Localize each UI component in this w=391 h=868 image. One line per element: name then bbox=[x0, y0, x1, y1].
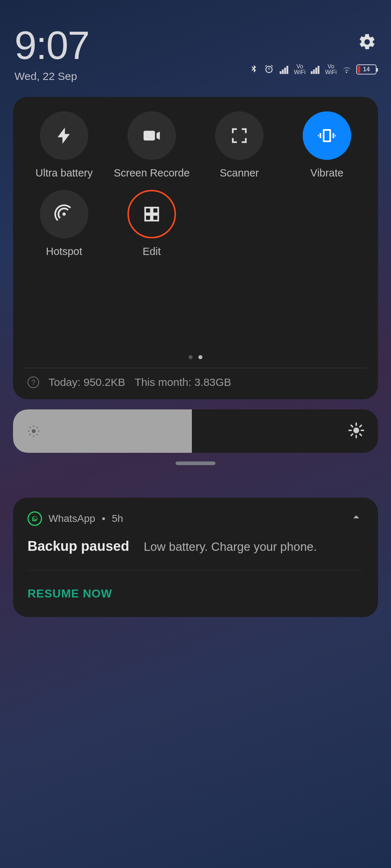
page-dot bbox=[189, 355, 193, 359]
tile-label: Ultra battery bbox=[35, 167, 93, 179]
notification-body: Backup paused Low battery. Charge your p… bbox=[28, 539, 363, 554]
notification-header: WhatsApp • 5h bbox=[28, 510, 363, 527]
notification-title: Backup paused bbox=[28, 539, 129, 554]
data-month: This month: 3.83GB bbox=[135, 376, 231, 388]
vowifi-icon: VoWiFi bbox=[294, 64, 306, 75]
grid-icon bbox=[142, 204, 161, 224]
battery-indicator: 14 bbox=[356, 64, 377, 75]
quick-settings-panel: Ultra battery Screen Recorde Scanner Vib… bbox=[13, 97, 378, 399]
data-usage-row[interactable]: ? Today: 950.2KB This month: 3.83GB bbox=[24, 368, 367, 391]
clock-time: 9:07 bbox=[14, 25, 89, 65]
notification-card[interactable]: WhatsApp • 5h Backup paused Low battery.… bbox=[13, 498, 378, 617]
tile-scanner[interactable]: Scanner bbox=[196, 111, 283, 179]
svg-point-1 bbox=[33, 425, 34, 427]
tile-label: Screen Recorde bbox=[114, 167, 190, 179]
svg-point-3 bbox=[28, 430, 29, 432]
bluetooth-icon bbox=[248, 64, 259, 75]
signal-icon bbox=[279, 64, 290, 75]
vibrate-icon bbox=[317, 126, 337, 145]
tile-hotspot[interactable]: Hotspot bbox=[20, 190, 108, 258]
tile-screen-recorder[interactable]: Screen Recorde bbox=[108, 111, 196, 179]
battery-percent: 14 bbox=[363, 66, 370, 73]
svg-point-2 bbox=[33, 435, 34, 437]
tile-label: Vibrate bbox=[310, 167, 343, 179]
notification-text: Low battery. Charge your phone. bbox=[144, 540, 317, 554]
panel-handle[interactable] bbox=[176, 461, 215, 465]
page-indicator[interactable] bbox=[13, 355, 378, 359]
collapse-icon[interactable] bbox=[349, 510, 363, 527]
help-icon: ? bbox=[28, 376, 39, 388]
tile-label: Scanner bbox=[220, 167, 259, 179]
status-bar-icons: VoWiFi VoWiFi 14 bbox=[248, 64, 377, 75]
whatsapp-icon bbox=[28, 511, 42, 526]
clock-date: Wed, 22 Sep bbox=[14, 70, 89, 82]
tile-label: Hotspot bbox=[46, 246, 82, 258]
wifi-icon bbox=[341, 64, 352, 75]
svg-point-8 bbox=[37, 434, 38, 435]
quick-settings-header: 9:07 Wed, 22 Sep VoWiFi VoWiFi 14 bbox=[0, 0, 391, 90]
brightness-fill bbox=[13, 409, 192, 453]
scanner-icon bbox=[230, 126, 249, 145]
bolt-icon bbox=[54, 126, 74, 145]
tile-label: Edit bbox=[143, 246, 161, 258]
hotspot-icon bbox=[54, 204, 74, 224]
data-today: Today: 950.2KB bbox=[49, 376, 125, 388]
alarm-icon bbox=[264, 64, 274, 75]
tile-ultra-battery[interactable]: Ultra battery bbox=[20, 111, 108, 179]
signal-icon bbox=[310, 64, 321, 75]
tile-vibrate[interactable]: Vibrate bbox=[283, 111, 371, 179]
time-block: 9:07 Wed, 22 Sep bbox=[14, 25, 89, 82]
divider bbox=[28, 570, 363, 570]
svg-point-0 bbox=[32, 429, 36, 433]
settings-icon[interactable] bbox=[358, 33, 377, 53]
notification-time: 5h bbox=[112, 513, 123, 524]
svg-point-7 bbox=[29, 434, 31, 435]
brightness-high-icon bbox=[348, 422, 365, 441]
svg-point-4 bbox=[38, 430, 39, 432]
tile-edit[interactable]: Edit bbox=[108, 190, 196, 258]
notification-app-name: WhatsApp bbox=[49, 513, 95, 524]
vowifi-icon: VoWiFi bbox=[325, 64, 337, 75]
svg-point-9 bbox=[353, 427, 359, 433]
svg-point-5 bbox=[29, 427, 31, 428]
video-icon bbox=[142, 126, 161, 145]
svg-point-6 bbox=[37, 427, 38, 428]
page-dot bbox=[198, 355, 202, 359]
dot-separator: • bbox=[102, 513, 105, 524]
resume-now-button[interactable]: RESUME NOW bbox=[28, 587, 363, 600]
brightness-low-icon bbox=[26, 424, 41, 439]
brightness-slider[interactable] bbox=[13, 409, 378, 453]
